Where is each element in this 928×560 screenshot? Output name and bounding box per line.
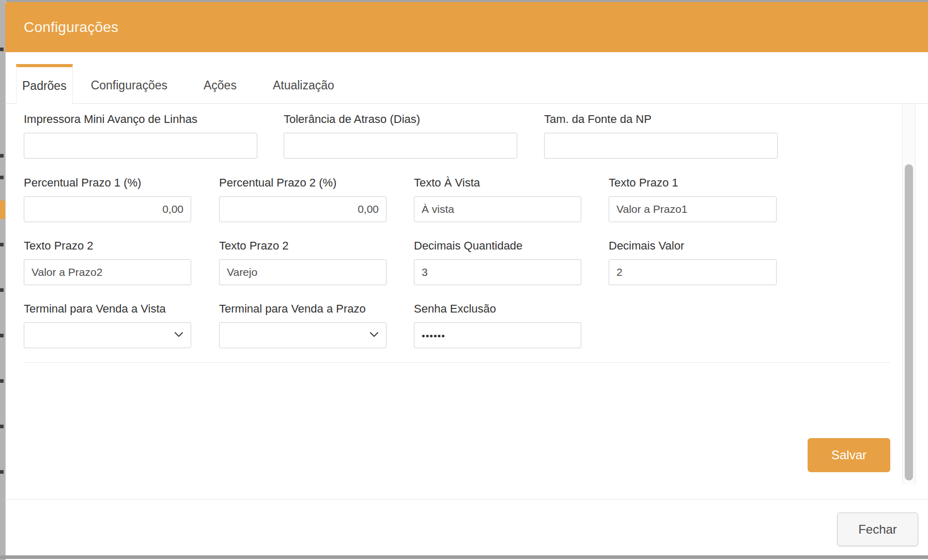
background-content-fragment	[0, 470, 4, 474]
background-content-fragment	[0, 334, 4, 337]
texto-prazo2-input[interactable]	[24, 259, 191, 285]
field-label: Decimais Quantidade	[414, 240, 581, 252]
field-texto-prazo2: Texto Prazo 2	[24, 240, 191, 286]
field-label: Senha Exclusão	[414, 303, 581, 315]
field-label: Percentual Prazo 2 (%)	[219, 177, 386, 189]
tam-fonte-np-input[interactable]	[544, 133, 778, 159]
field-label: Percentual Prazo 1 (%)	[24, 177, 191, 189]
tab-bar: Padrões Configurações Ações Atualização	[5, 64, 928, 104]
texto-prazo2-varejo-input[interactable]	[219, 259, 386, 285]
percentual-prazo1-input[interactable]	[24, 196, 191, 222]
background-content-fragment	[0, 48, 4, 51]
dialog-header: Configurações	[5, 2, 928, 52]
background-content-fragment	[0, 425, 4, 428]
field-label: Terminal para Venda a Prazo	[219, 303, 386, 315]
field-terminal-venda-vista: Terminal para Venda a Vista	[24, 303, 191, 349]
footer-divider	[5, 499, 928, 500]
tab-padroes[interactable]: Padrões	[16, 64, 73, 104]
save-button[interactable]: Salvar	[808, 438, 890, 472]
tab-configuracoes[interactable]: Configurações	[73, 64, 185, 103]
field-tolerancia-atraso: Tolerância de Atraso (Dias)	[284, 113, 517, 160]
field-label: Texto Prazo 1	[609, 177, 777, 189]
tab-acoes[interactable]: Ações	[185, 64, 255, 103]
terminal-venda-prazo-select[interactable]	[219, 322, 386, 348]
background-content-fragment	[0, 200, 5, 219]
background-content-fragment	[0, 243, 4, 246]
field-label: Texto Prazo 2	[24, 240, 191, 252]
field-label: Decimais Valor	[609, 240, 777, 252]
field-texto-prazo1: Texto Prazo 1	[609, 177, 777, 223]
impressora-mini-avanco-input[interactable]	[24, 133, 257, 159]
scrollbar-track[interactable]	[902, 104, 916, 485]
field-percentual-prazo1: Percentual Prazo 1 (%)	[24, 177, 191, 223]
decimais-quantidade-input[interactable]	[414, 259, 581, 285]
texto-prazo1-input[interactable]	[609, 196, 777, 222]
field-label: Tolerância de Atraso (Dias)	[284, 113, 517, 126]
field-label: Texto Prazo 2	[219, 240, 386, 252]
background-content-fragment	[0, 379, 4, 383]
field-decimais-quantidade: Decimais Quantidade	[414, 240, 581, 286]
page: { "colors": { "accent": "#e7a044" }, "di…	[0, 0, 928, 560]
field-label: Tam. da Fonte da NP	[544, 113, 778, 126]
dialog-title: Configurações	[24, 2, 118, 52]
field-label: Impressora Mini Avanço de Linhas	[24, 113, 257, 126]
background-content-fragment	[0, 288, 4, 292]
texto-a-vista-input[interactable]	[414, 196, 581, 222]
tolerancia-atraso-input[interactable]	[284, 133, 517, 159]
background-content-fragment	[0, 176, 4, 179]
field-terminal-venda-prazo: Terminal para Venda a Prazo	[219, 303, 386, 349]
terminal-venda-vista-select[interactable]	[24, 322, 191, 348]
field-percentual-prazo2: Percentual Prazo 2 (%)	[219, 177, 386, 223]
field-texto-prazo2-varejo: Texto Prazo 2	[219, 240, 386, 286]
field-label: Texto À Vista	[414, 177, 581, 189]
chevron-down-icon	[174, 332, 183, 338]
chevron-down-icon	[369, 332, 379, 338]
scrollbar-thumb[interactable]	[905, 164, 913, 480]
field-senha-exclusao: Senha Exclusão	[414, 303, 581, 349]
tab-atualizacao[interactable]: Atualização	[255, 64, 352, 103]
close-button[interactable]: Fechar	[837, 512, 918, 546]
field-label: Terminal para Venda a Vista	[24, 303, 191, 315]
percentual-prazo2-input[interactable]	[219, 196, 386, 222]
window-bottom-edge	[0, 555, 928, 559]
section-divider	[24, 362, 890, 363]
field-impressora-mini-avanco: Impressora Mini Avanço de Linhas	[24, 113, 257, 160]
decimais-valor-input[interactable]	[609, 259, 777, 285]
background-content-fragment	[0, 154, 4, 158]
field-texto-a-vista: Texto À Vista	[414, 177, 581, 223]
senha-exclusao-input[interactable]	[414, 322, 581, 348]
field-tam-fonte-np: Tam. da Fonte da NP	[544, 113, 778, 160]
field-decimais-valor: Decimais Valor	[609, 240, 777, 286]
